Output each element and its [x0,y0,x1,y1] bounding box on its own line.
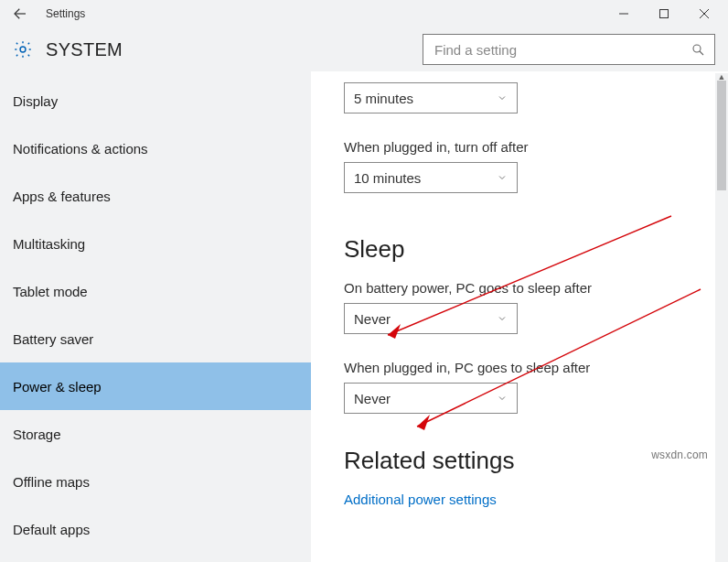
sleep-plugged-label: When plugged in, PC goes to sleep after [344,360,728,375]
titlebar: Settings [0,0,728,27]
content-pane: 5 minutes When plugged in, turn off afte… [311,71,728,562]
sidebar-item-label: Display [13,93,58,109]
sidebar: Display Notifications & actions Apps & f… [0,71,311,562]
svg-point-6 [693,45,701,52]
chevron-down-icon [497,393,508,404]
sidebar-item-notifications[interactable]: Notifications & actions [0,124,311,172]
sidebar-item-multitasking[interactable]: Multitasking [0,220,311,267]
dropdown-value: 10 minutes [354,170,421,186]
search-icon [691,42,705,57]
chevron-down-icon [497,313,508,324]
sidebar-item-default-apps[interactable]: Default apps [0,505,311,553]
close-button[interactable] [684,1,724,27]
settings-window: Settings SYSTEM [0,0,728,562]
sleep-battery-label: On battery power, PC goes to sleep after [344,280,728,296]
svg-line-7 [700,51,703,55]
page-title: SYSTEM [46,39,123,60]
sleep-heading: Sleep [344,235,728,264]
header: SYSTEM [0,27,728,71]
sidebar-item-offline-maps[interactable]: Offline maps [0,458,311,505]
svg-marker-11 [417,415,430,430]
sidebar-item-label: Power & sleep [13,379,102,394]
screen-off-plugged-dropdown[interactable]: 10 minutes [344,162,518,193]
scrollbar-thumb[interactable] [717,81,726,190]
sidebar-item-label: Offline maps [13,474,90,490]
sidebar-item-label: Apps & features [13,189,111,204]
search-box[interactable] [423,34,715,65]
sidebar-item-label: Storage [13,427,61,442]
sidebar-item-label: Multitasking [13,236,85,252]
sidebar-item-power-sleep[interactable]: Power & sleep [0,362,311,410]
sidebar-item-tablet-mode[interactable]: Tablet mode [0,267,311,315]
additional-power-settings-link[interactable]: Additional power settings [344,492,497,507]
dropdown-value: Never [354,311,391,327]
svg-rect-2 [660,10,669,18]
titlebar-left: Settings [9,3,85,25]
watermark: wsxdn.com [651,449,708,461]
sleep-plugged-dropdown[interactable]: Never [344,383,518,414]
dropdown-value: Never [354,391,391,406]
sidebar-item-storage[interactable]: Storage [0,410,311,458]
screen-off-battery-dropdown[interactable]: 5 minutes [344,82,518,113]
window-controls [604,1,724,27]
chevron-down-icon [497,172,508,183]
maximize-button[interactable] [644,1,684,27]
body: Display Notifications & actions Apps & f… [0,71,728,562]
sidebar-item-label: Default apps [13,522,90,537]
dropdown-value: 5 minutes [354,91,413,106]
window-title: Settings [46,7,85,20]
minimize-button[interactable] [604,1,644,27]
screen-off-plugged-label: When plugged in, turn off after [344,139,728,155]
sidebar-item-battery-saver[interactable]: Battery saver [0,315,311,362]
sidebar-item-apps-features[interactable]: Apps & features [0,172,311,220]
back-button[interactable] [9,3,31,25]
chevron-down-icon [497,92,508,103]
settings-gear-icon [13,39,33,59]
search-input[interactable] [433,41,691,59]
sidebar-item-label: Battery saver [13,331,93,347]
sidebar-item-label: Tablet mode [13,284,88,299]
svg-point-5 [20,47,26,52]
sleep-battery-dropdown[interactable]: Never [344,303,518,334]
sidebar-item-display[interactable]: Display [0,77,311,124]
sidebar-item-label: Notifications & actions [13,141,148,157]
scrollbar[interactable]: ▲ [715,73,728,562]
